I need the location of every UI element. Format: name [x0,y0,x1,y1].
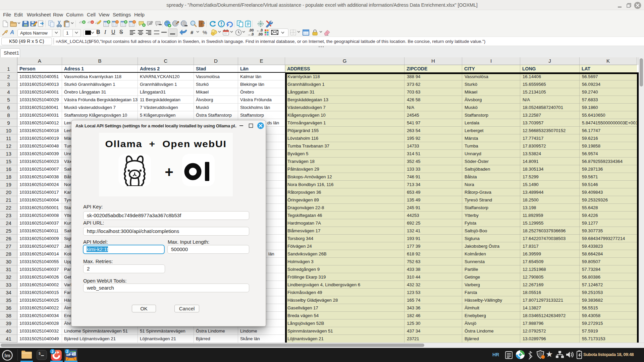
svg-text:2: 2 [51,350,53,354]
svg-text:2: 2 [66,350,68,354]
svg-text:lm: lm [4,353,10,358]
svg-text:$: $ [39,352,41,356]
